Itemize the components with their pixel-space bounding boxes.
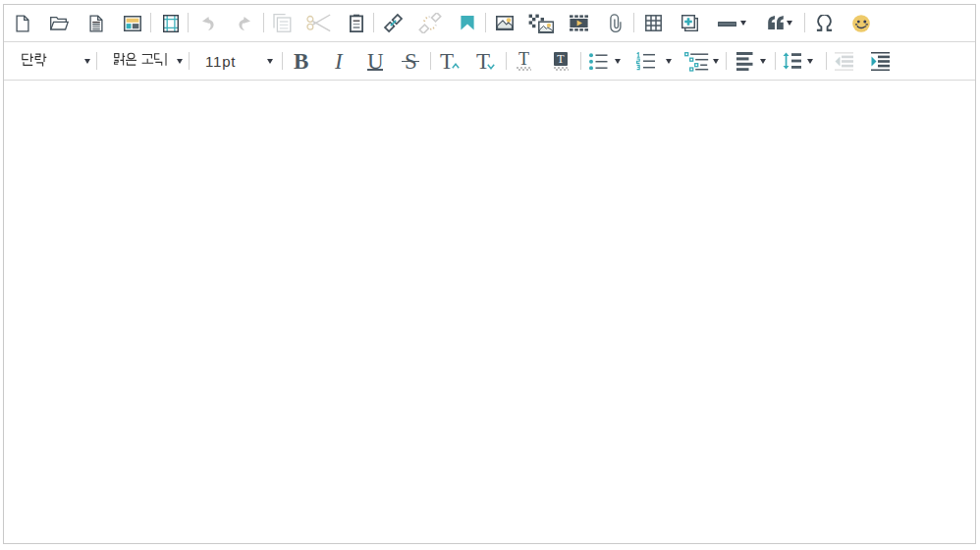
svg-text:T: T bbox=[557, 52, 565, 66]
